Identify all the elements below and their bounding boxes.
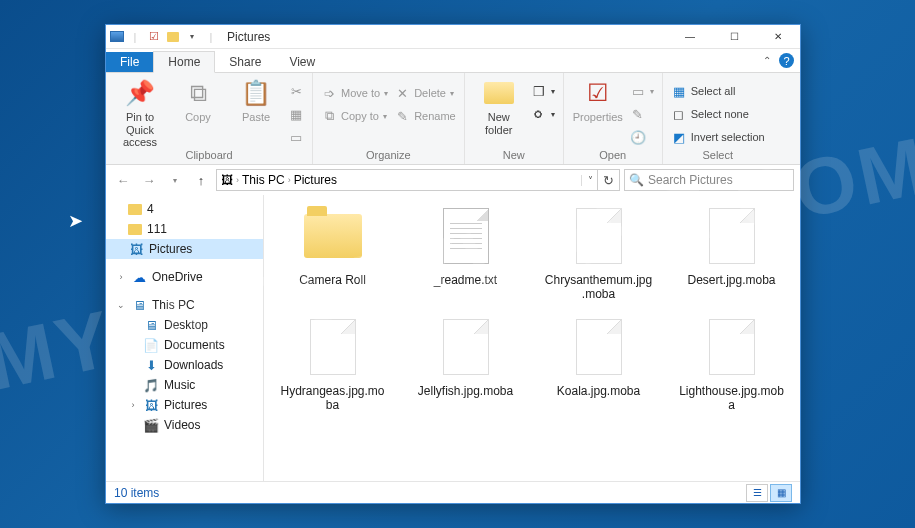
chevron-right-icon-2[interactable]: › (288, 175, 291, 185)
selectall-button[interactable]: ▦Select all (671, 81, 765, 101)
nav-item-thispc[interactable]: ⌄🖥This PC (106, 295, 263, 315)
search-placeholder: Search Pictures (648, 173, 733, 187)
organize-group-label: Organize (366, 149, 411, 161)
back-button[interactable]: ← (112, 169, 134, 191)
chevron-right-icon[interactable]: › (236, 175, 239, 185)
new-group-label: New (503, 149, 525, 161)
nav-item-videos[interactable]: 🎬Videos (106, 415, 263, 435)
file-label: Hydrangeas.jpg.moba (278, 384, 388, 413)
content-area[interactable]: Camera Roll_readme.txtChrysanthemum.jpg.… (264, 195, 800, 481)
forward-button: → (138, 169, 160, 191)
file-label: _readme.txt (434, 273, 497, 287)
file-item[interactable]: _readme.txt (403, 203, 528, 302)
downloads-icon: ⬇ (143, 357, 159, 373)
up-button[interactable]: ↑ (190, 169, 212, 191)
collapse-ribbon-icon[interactable]: ⌃ (763, 55, 771, 66)
file-item[interactable]: Chrysanthemum.jpg.moba (536, 203, 661, 302)
ribbon-group-new: New folder ❒▾ ⭘▾ New (465, 73, 564, 164)
refresh-button[interactable]: ↻ (598, 169, 620, 191)
properties-qat-icon[interactable]: ☑ (146, 29, 162, 45)
breadcrumb-thispc[interactable]: This PC (242, 173, 285, 187)
status-bar: 10 items ☰ ▦ (106, 481, 800, 503)
copypath-button[interactable]: ▦ (288, 104, 304, 124)
blankfile-icon (565, 314, 633, 380)
onedrive-icon: ☁ (131, 269, 147, 285)
tab-view[interactable]: View (275, 52, 329, 72)
pin-icon: 📌 (124, 77, 156, 109)
expand-icon[interactable]: › (128, 400, 138, 410)
file-item[interactable]: Lighthouse.jpg.moba (669, 314, 794, 413)
address-dropdown-icon[interactable]: ˅ (581, 175, 593, 186)
open-button[interactable]: ▭▾ (630, 81, 654, 101)
copyto-icon: ⧉ (321, 108, 337, 124)
navigation-pane: 4 111 🖼Pictures ›☁OneDrive ⌄🖥This PC 🖥De… (106, 195, 264, 481)
nav-item-111[interactable]: 111 (106, 219, 263, 239)
details-view-button[interactable]: ☰ (746, 484, 768, 502)
moveto-button[interactable]: ➩Move to▾ (321, 83, 388, 103)
recent-dropdown[interactable]: ▾ (164, 169, 186, 191)
ribbon-group-select: ▦Select all ◻Select none ◩Invert selecti… (663, 73, 773, 164)
qat-dropdown-icon[interactable]: ▾ (184, 29, 200, 45)
nav-item-4[interactable]: 4 (106, 199, 263, 219)
search-input[interactable]: 🔍 Search Pictures (624, 169, 794, 191)
ribbon: 📌 Pin to Quick access ⧉ Copy 📋 Paste ✂ ▦… (106, 73, 800, 165)
history-button[interactable]: 🕘 (630, 127, 654, 147)
nav-item-documents[interactable]: 📄Documents (106, 335, 263, 355)
blankfile-icon (432, 314, 500, 380)
tab-file[interactable]: File (106, 52, 153, 72)
nav-item-desktop[interactable]: 🖥Desktop (106, 315, 263, 335)
file-item[interactable]: Jellyfish.jpg.moba (403, 314, 528, 413)
copypath-icon: ▦ (288, 107, 304, 122)
expand-icon[interactable]: › (116, 272, 126, 282)
selectnone-button[interactable]: ◻Select none (671, 104, 765, 124)
easyaccess-button[interactable]: ⭘▾ (531, 104, 555, 124)
paste-button[interactable]: 📋 Paste (230, 77, 282, 124)
file-item[interactable]: Hydrangeas.jpg.moba (270, 314, 395, 413)
tab-share[interactable]: Share (215, 52, 275, 72)
nav-item-music[interactable]: 🎵Music (106, 375, 263, 395)
edit-button[interactable]: ✎ (630, 104, 654, 124)
thispc-icon: 🖥 (131, 297, 147, 313)
newitem-button[interactable]: ❒▾ (531, 81, 555, 101)
nav-item-pictures[interactable]: 🖼Pictures (106, 239, 263, 259)
desktop-icon: 🖥 (143, 317, 159, 333)
newfolder-qat-icon[interactable] (165, 29, 181, 45)
invertselection-button[interactable]: ◩Invert selection (671, 127, 765, 147)
pasteshortcut-button[interactable]: ▭ (288, 127, 304, 147)
file-item[interactable]: Desert.jpg.moba (669, 203, 794, 302)
blankfile-icon (698, 314, 766, 380)
properties-button[interactable]: ☑ Properties (572, 77, 624, 124)
file-item[interactable]: Camera Roll (270, 203, 395, 302)
copy-button[interactable]: ⧉ Copy (172, 77, 224, 124)
file-label: Chrysanthemum.jpg.moba (544, 273, 654, 302)
pin-button[interactable]: 📌 Pin to Quick access (114, 77, 166, 149)
easyaccess-icon: ⭘ (531, 107, 547, 122)
blankfile-icon (565, 203, 633, 269)
paste-icon: 📋 (240, 77, 272, 109)
file-label: Koala.jpg.moba (557, 384, 640, 398)
icons-view-button[interactable]: ▦ (770, 484, 792, 502)
address-bar[interactable]: 🖼 › This PC › Pictures ˅ (216, 169, 598, 191)
help-icon[interactable]: ? (779, 53, 794, 68)
newfolder-button[interactable]: New folder (473, 77, 525, 136)
maximize-button[interactable]: ☐ (712, 26, 756, 48)
selectnone-icon: ◻ (671, 107, 687, 122)
file-label: Desert.jpg.moba (687, 273, 775, 287)
copyto-button[interactable]: ⧉Copy to▾ (321, 106, 388, 126)
tab-home[interactable]: Home (153, 51, 215, 73)
edit-icon: ✎ (630, 107, 646, 122)
textfile-icon (432, 203, 500, 269)
nav-item-downloads[interactable]: ⬇Downloads (106, 355, 263, 375)
file-item[interactable]: Koala.jpg.moba (536, 314, 661, 413)
nav-item-onedrive[interactable]: ›☁OneDrive (106, 267, 263, 287)
close-button[interactable]: ✕ (756, 26, 800, 48)
breadcrumb-current[interactable]: Pictures (294, 173, 337, 187)
explorer-window: | ☑ ▾ | Pictures — ☐ ✕ File Home Share V… (105, 24, 801, 504)
minimize-button[interactable]: — (668, 26, 712, 48)
ribbon-group-open: ☑ Properties ▭▾ ✎ 🕘 Open (564, 73, 663, 164)
cut-button[interactable]: ✂ (288, 81, 304, 101)
nav-item-pictures-sub[interactable]: ›🖼Pictures (106, 395, 263, 415)
collapse-icon[interactable]: ⌄ (116, 300, 126, 310)
delete-button[interactable]: ✕Delete▾ (394, 83, 456, 103)
rename-button[interactable]: ✎Rename (394, 106, 456, 126)
